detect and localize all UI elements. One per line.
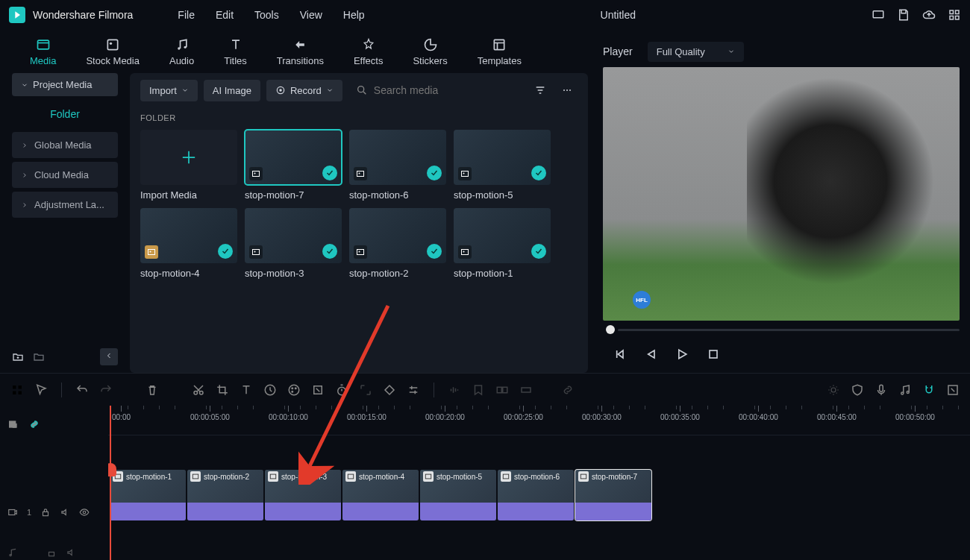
- sidebar-item-folder[interactable]: Folder: [12, 101, 118, 128]
- speed-icon[interactable]: [263, 383, 277, 397]
- tab-templates[interactable]: Templates: [463, 37, 536, 66]
- record-button[interactable]: Record: [266, 80, 342, 101]
- tab-media[interactable]: Media: [15, 37, 71, 66]
- crop-icon[interactable]: [216, 383, 229, 397]
- shield-icon[interactable]: [851, 383, 864, 397]
- text-icon[interactable]: [240, 383, 253, 397]
- sliders-icon[interactable]: [407, 383, 420, 397]
- menu-view[interactable]: View: [300, 9, 322, 21]
- sidebar-project-media[interactable]: Project Media: [12, 73, 118, 96]
- music-tool-icon[interactable]: [898, 383, 912, 397]
- track-tool-icon[interactable]: [519, 383, 533, 397]
- timeline-clip[interactable]: stop-motion-6: [498, 470, 574, 520]
- play-button[interactable]: [675, 347, 689, 362]
- svg-point-42: [292, 391, 293, 392]
- timeline-clip[interactable]: stop-motion-3: [265, 470, 341, 520]
- undo-icon[interactable]: [75, 383, 89, 397]
- link-icon[interactable]: [28, 418, 40, 430]
- cut-icon[interactable]: [192, 383, 205, 397]
- grid-icon[interactable]: [10, 383, 24, 397]
- timeline-clip[interactable]: stop-motion-7: [575, 470, 651, 520]
- menu-tools[interactable]: Tools: [254, 9, 279, 21]
- tab-stickers[interactable]: Stickers: [398, 37, 462, 66]
- mic-icon[interactable]: [874, 383, 888, 397]
- timeline-clip[interactable]: stop-motion-1: [110, 470, 186, 520]
- marker-icon[interactable]: [472, 383, 485, 397]
- filter-button[interactable]: [530, 80, 551, 101]
- svg-point-57: [10, 554, 11, 556]
- mute-track-icon[interactable]: [60, 507, 70, 517]
- adjust-icon[interactable]: [311, 383, 325, 397]
- display-icon[interactable]: [872, 8, 885, 22]
- timer-icon[interactable]: [335, 383, 348, 397]
- save-icon[interactable]: [897, 8, 910, 22]
- tab-titles[interactable]: Titles: [209, 37, 262, 66]
- import-button[interactable]: Import: [140, 80, 198, 101]
- main-tabs: Media Stock Media Audio Titles Transitio…: [0, 30, 592, 73]
- stop-button[interactable]: [706, 347, 721, 362]
- import-media-button[interactable]: Import Media: [140, 130, 237, 201]
- mute-track-icon[interactable]: [66, 547, 76, 558]
- ai-image-button[interactable]: AI Image: [204, 80, 260, 101]
- timeline-clip[interactable]: stop-motion-2: [187, 470, 263, 520]
- media-item-label: stop-motion-5: [454, 189, 551, 201]
- media-item[interactable]: stop-motion-6: [349, 130, 446, 201]
- timeline-clip[interactable]: stop-motion-4: [342, 470, 419, 520]
- menu-file[interactable]: File: [178, 9, 195, 21]
- lock-track-icon[interactable]: [46, 547, 57, 558]
- audio-tool-icon[interactable]: [448, 383, 461, 397]
- chevron-right-icon: [21, 142, 28, 149]
- apps-icon[interactable]: [948, 8, 961, 22]
- cursor-icon[interactable]: [34, 383, 48, 397]
- visibility-track-icon[interactable]: [79, 507, 90, 517]
- player-scrubber[interactable]: [603, 324, 960, 336]
- redo-icon[interactable]: [99, 383, 113, 397]
- magnet-icon[interactable]: [922, 383, 936, 397]
- more-options-button[interactable]: [557, 80, 578, 101]
- media-item[interactable]: stop-motion-1: [454, 208, 551, 279]
- keyframe-icon[interactable]: [383, 383, 396, 397]
- menu-edit[interactable]: Edit: [216, 9, 234, 21]
- group-icon[interactable]: [495, 383, 509, 397]
- tab-audio[interactable]: Audio: [154, 37, 209, 66]
- playhead[interactable]: [110, 406, 111, 560]
- color-icon[interactable]: [287, 383, 301, 397]
- media-item[interactable]: stop-motion-5: [454, 130, 551, 201]
- search-input[interactable]: [374, 84, 516, 96]
- media-item[interactable]: stop-motion-3: [245, 208, 342, 279]
- add-track-icon[interactable]: [7, 418, 19, 430]
- tab-stock-media[interactable]: Stock Media: [71, 37, 154, 66]
- tab-transitions[interactable]: Transitions: [262, 37, 339, 66]
- timeline-ruler[interactable]: 00:0000:00:05:0000:00:10:0000:00:15:0000…: [108, 406, 970, 435]
- tab-effects[interactable]: Effects: [339, 37, 398, 66]
- media-item[interactable]: stop-motion-7: [245, 130, 342, 201]
- svg-rect-45: [497, 387, 501, 393]
- stock-media-icon: [105, 37, 120, 52]
- svg-rect-46: [503, 387, 507, 393]
- media-item[interactable]: stop-motion-2: [349, 208, 446, 279]
- cloud-upload-icon[interactable]: [922, 8, 936, 22]
- collapse-sidebar-button[interactable]: [100, 348, 118, 365]
- new-folder-icon[interactable]: [12, 351, 24, 363]
- quality-selector[interactable]: Full Quality: [648, 42, 744, 62]
- play-backward-button[interactable]: [643, 347, 658, 362]
- delete-icon[interactable]: [146, 383, 159, 397]
- light-icon[interactable]: [827, 383, 840, 397]
- svg-rect-60: [193, 474, 198, 479]
- menu-help[interactable]: Help: [343, 9, 365, 21]
- preview-viewport[interactable]: HFL: [603, 67, 960, 321]
- sidebar-item-global-media[interactable]: Global Media: [12, 132, 118, 158]
- link-tool-icon[interactable]: [561, 383, 575, 397]
- fullscreen-tool-icon[interactable]: [946, 383, 960, 397]
- media-item[interactable]: stop-motion-4: [140, 208, 237, 279]
- prev-frame-button[interactable]: [612, 347, 627, 362]
- sidebar-item-adjustment-layer[interactable]: Adjustment La...: [12, 192, 118, 218]
- transitions-icon: [292, 37, 307, 52]
- folder-icon[interactable]: [33, 351, 45, 363]
- chevron-down-icon: [728, 48, 735, 55]
- expand-icon[interactable]: [359, 383, 372, 397]
- lock-track-icon[interactable]: [40, 507, 51, 517]
- sidebar-item-cloud-media[interactable]: Cloud Media: [12, 162, 118, 188]
- svg-rect-55: [43, 512, 48, 515]
- timeline-clip[interactable]: stop-motion-5: [420, 470, 496, 520]
